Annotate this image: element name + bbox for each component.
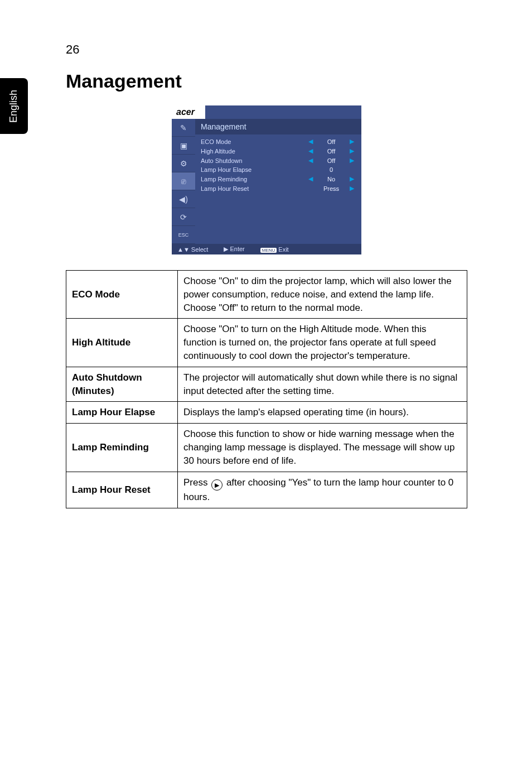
setting-name: Lamp Hour Elapse	[66, 402, 178, 424]
page-number: 26	[66, 42, 79, 57]
osd-tab-icon: ESC	[172, 226, 195, 244]
osd-row: ECO Mode ◀ Off ▶	[195, 137, 361, 146]
osd-tab-icon: ⎚	[172, 172, 195, 190]
osd-screenshot-wrapper: acer ✎ ▣ ⚙ ⎚ ◀) ⟳ ESC Management ECO Mod…	[66, 105, 467, 254]
osd-row-value: 0	[315, 166, 348, 173]
osd-row-label: High Altitude	[201, 148, 307, 155]
osd-row-value: No	[315, 176, 348, 182]
osd-tab-icon: ✎	[172, 119, 195, 137]
content-area: Management acer ✎ ▣ ⚙ ⎚ ◀) ⟳ ESC Managem…	[66, 70, 467, 508]
setting-desc: Choose this function to show or hide war…	[178, 424, 467, 472]
menu-badge: MENU	[260, 248, 277, 253]
arrow-right-icon: ▶	[348, 138, 356, 145]
osd-header: Management	[195, 119, 361, 134]
osd-row-label: Auto Shutdown	[201, 157, 307, 164]
osd-footer-exit: MENUExit	[260, 246, 289, 253]
osd-row: High Altitude ◀ Off ▶	[195, 146, 361, 156]
osd-row: Lamp Hour Elapse 0	[195, 165, 361, 174]
osd-tab-icon: ⟳	[172, 208, 195, 226]
osd-row-value: Press	[315, 185, 348, 192]
osd-body: ✎ ▣ ⚙ ⎚ ◀) ⟳ ESC Management ECO Mode ◀ O…	[172, 119, 361, 244]
osd-footer-select: ▲▼ Select	[177, 246, 208, 253]
setting-desc: Choose "On" to dim the projector lamp, w…	[178, 271, 467, 319]
osd-row-label: Lamp Hour Reset	[201, 185, 307, 192]
table-row: ECO Mode Choose "On" to dim the projecto…	[66, 271, 467, 319]
arrow-left-icon: ◀	[307, 175, 315, 182]
osd-row-value: Off	[315, 138, 348, 145]
osd-row-label: Lamp Reminding	[201, 176, 307, 182]
arrow-left-icon: ◀	[307, 138, 315, 145]
osd-footer-enter: ▶ Enter	[224, 246, 244, 253]
osd-row-label: ECO Mode	[201, 138, 307, 145]
setting-name: Auto Shutdown (Minutes)	[66, 367, 178, 402]
page-title: Management	[66, 70, 467, 92]
arrow-right-icon: ▶	[348, 157, 356, 164]
osd-row: Lamp Hour Reset Press ▶	[195, 184, 361, 193]
setting-name: Lamp Hour Reset	[66, 472, 178, 508]
settings-table: ECO Mode Choose "On" to dim the projecto…	[66, 270, 467, 508]
arrow-right-icon: ▶	[348, 185, 356, 192]
play-icon	[211, 479, 223, 491]
osd-tab-icon: ◀)	[172, 190, 195, 208]
osd-tab-icon: ⚙	[172, 155, 195, 172]
setting-desc: Displays the lamp's elapsed operating ti…	[178, 402, 467, 424]
setting-name: ECO Mode	[66, 271, 178, 319]
setting-name: High Altitude	[66, 319, 178, 367]
table-row: Auto Shutdown (Minutes) The projector wi…	[66, 367, 467, 402]
language-tab: English	[0, 78, 28, 134]
setting-desc: Choose "On" to turn on the High Altitude…	[178, 319, 467, 367]
osd-row-label: Lamp Hour Elapse	[201, 166, 307, 173]
desc-pre: Press	[183, 477, 210, 488]
setting-desc: The projector will automatically shut do…	[178, 367, 467, 402]
osd-row-value: Off	[315, 148, 348, 155]
setting-desc: Press after choosing "Yes" to turn the l…	[178, 472, 467, 508]
osd-logo: acer	[172, 105, 205, 119]
arrow-left-icon: ◀	[307, 157, 315, 164]
arrow-right-icon: ▶	[348, 147, 356, 155]
arrow-right-icon: ▶	[348, 175, 356, 182]
osd-row-value: Off	[315, 157, 348, 164]
osd-tabs: ✎ ▣ ⚙ ⎚ ◀) ⟳ ESC	[172, 119, 195, 244]
arrow-left-icon: ◀	[307, 147, 315, 155]
desc-post: after choosing "Yes" to turn the lamp ho…	[183, 477, 453, 503]
osd-tab-icon: ▣	[172, 137, 195, 155]
osd-panel: acer ✎ ▣ ⚙ ⎚ ◀) ⟳ ESC Management ECO Mod…	[172, 105, 361, 254]
osd-footer: ▲▼ Select ▶ Enter MENUExit	[172, 244, 361, 254]
table-row: Lamp Reminding Choose this function to s…	[66, 424, 467, 472]
osd-row: Auto Shutdown ◀ Off ▶	[195, 156, 361, 165]
osd-row: Lamp Reminding ◀ No ▶	[195, 174, 361, 184]
language-label: English	[8, 89, 20, 122]
table-row: Lamp Hour Reset Press after choosing "Ye…	[66, 472, 467, 508]
table-row: High Altitude Choose "On" to turn on the…	[66, 319, 467, 367]
osd-main: Management ECO Mode ◀ Off ▶ High Altitud…	[195, 119, 361, 244]
table-row: Lamp Hour Elapse Displays the lamp's ela…	[66, 402, 467, 424]
osd-rows: ECO Mode ◀ Off ▶ High Altitude ◀ Off ▶	[195, 134, 361, 232]
setting-name: Lamp Reminding	[66, 424, 178, 472]
